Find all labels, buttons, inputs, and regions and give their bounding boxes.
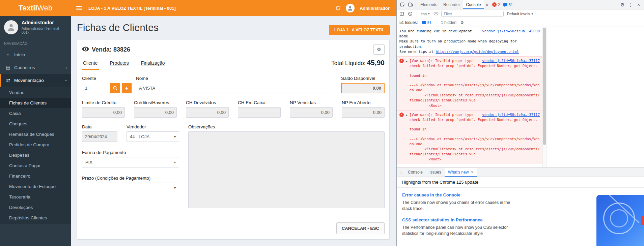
sidebar-item-movimento-de-estoque[interactable]: Movimento de Estoque — [0, 181, 71, 192]
sidebar-item-caixa[interactable]: Caixa — [0, 108, 71, 119]
console-filter-input[interactable] — [441, 11, 504, 17]
np-vencidas-input[interactable] — [290, 107, 333, 118]
forma-pagamento-label: Forma de Pagamento — [82, 150, 179, 155]
message-count-badge[interactable]: 51 — [502, 3, 514, 7]
drawer-tab-issues[interactable]: Issues — [426, 168, 445, 177]
clear-console-icon[interactable] — [407, 10, 414, 17]
sidebar-item-movimentacao[interactable]: ⇄ Movimentação › — [0, 74, 71, 87]
issues-badge[interactable]: 51 — [420, 21, 433, 25]
scrollbar-thumb[interactable] — [543, 28, 546, 145]
card-tabs: Cliente Produtos Finalização Total Líqui… — [77, 56, 389, 70]
source-link[interactable]: vendor.js?id=50cfc0a…:45090 — [482, 29, 540, 34]
sidebar-item-tesouraria[interactable]: Tesouraria — [0, 192, 71, 202]
devtools-tab-recorder[interactable]: Recorder — [440, 0, 463, 9]
source-link[interactable]: vendor.js?id=50cfc0a…:37117 — [482, 58, 540, 63]
devtools-close-icon[interactable]: × — [635, 1, 643, 9]
refresh-icon[interactable] — [335, 5, 341, 11]
nome-input[interactable] — [136, 83, 331, 93]
error-count-badge[interactable]: ×2 — [491, 2, 502, 7]
forma-pagamento-select[interactable]: PIX ▾ — [82, 157, 179, 167]
vuejs-deployment-link[interactable]: https://vuejs.org/guide/deployment.html — [436, 50, 519, 54]
drawer-kebab-icon[interactable]: ⋮ — [398, 169, 404, 176]
card-settings-button[interactable]: ⚙ — [373, 44, 385, 55]
devtools-tabbar: Elements Recorder Console » ×2 51 ⚙ ⋮ × — [397, 0, 644, 9]
eye-icon — [82, 47, 89, 53]
sidebar-item-inicio[interactable]: ⌂ Início — [0, 48, 71, 61]
sidebar-item-pedidos-de-compra[interactable]: Pedidos de Compra — [0, 140, 71, 150]
tab-cliente[interactable]: Cliente — [82, 57, 99, 70]
observacoes-textarea[interactable] — [188, 131, 385, 208]
cancel-button[interactable]: CANCELAR - ESC — [336, 222, 385, 234]
vendedor-select[interactable]: 44 - LOJA ▾ — [127, 131, 179, 142]
total-liquido-value: 45,90 — [367, 59, 385, 66]
drawer-tab-whats-new[interactable]: What's new × — [445, 168, 477, 177]
console-error-message[interactable]: × ▶ vendor.js?id=50cfc0a…:37117 [Vue war… — [397, 56, 542, 110]
main-topbar: LOJA - 1 A VELOZ TEXTIL [Terminal - 001]… — [71, 0, 396, 16]
error-trace-line: ---> <Venda> at resources/assets/js/vue/… — [410, 136, 540, 147]
live-expression-eye-icon[interactable] — [433, 10, 440, 17]
ch-devolvidos-input[interactable] — [186, 107, 229, 118]
sidebar-item-despesas[interactable]: Despesas — [0, 150, 71, 160]
sidebar-item-cadastros[interactable]: ▤ Cadastros ‹ — [0, 61, 71, 74]
home-icon: ⌂ — [5, 52, 11, 57]
sidebar-item-cheques[interactable]: Cheques — [0, 119, 71, 129]
ch-em-caixa-input[interactable] — [238, 107, 281, 118]
tab-finalizacao[interactable]: Finalização — [140, 57, 166, 70]
issues-settings-icon[interactable]: ⚙ — [459, 19, 466, 26]
data-input[interactable] — [82, 131, 117, 142]
expand-triangle-icon[interactable]: ▶ — [406, 113, 408, 117]
limite-credito-input[interactable] — [82, 107, 125, 118]
sidebar-item-fichas-de-clientes[interactable]: Fichas de Clientes — [0, 98, 71, 108]
search-button[interactable] — [110, 83, 120, 93]
prazo-select[interactable]: ▾ — [82, 183, 179, 193]
error-icon: × — [399, 113, 404, 117]
console-messages-area: vendor.js?id=50cfc0a…:45090 You are runn… — [397, 27, 644, 167]
sidebar-item-remessa-de-cheques[interactable]: Remessa de Cheques — [0, 129, 71, 140]
device-toolbar-icon[interactable] — [406, 1, 414, 9]
creditos-haveres-input[interactable] — [134, 107, 177, 118]
sidebar-item-financeiro[interactable]: Financeiro — [0, 171, 71, 181]
devtools-tab-console[interactable]: Console — [463, 0, 484, 9]
sidebar-item-vendas[interactable]: Vendas — [0, 87, 71, 98]
hamburger-menu-icon[interactable] — [71, 0, 87, 16]
console-prompt-row[interactable]: › — [397, 164, 542, 167]
cliente-input[interactable] — [82, 83, 110, 93]
whats-new-body: Error causes in the Console The Console … — [397, 188, 644, 246]
sidebar-item-contas-a-pagar[interactable]: Contas a Pagar — [0, 160, 71, 171]
context-selector[interactable]: top▾ — [420, 12, 431, 16]
store-button[interactable]: LOJA 1 - A VELOZ TEXTIL — [329, 25, 390, 35]
console-prompt-chevron: › — [399, 166, 402, 167]
whats-new-text: The Console now shows you chains of erro… — [402, 199, 519, 212]
console-info-message[interactable]: vendor.js?id=50cfc0a…:45090 You are runn… — [397, 27, 542, 56]
devtools-tab-elements[interactable]: Elements — [417, 0, 440, 9]
sidebar-item-devolucoes[interactable]: Devoluções — [0, 202, 71, 213]
user-avatar — [4, 20, 18, 34]
caret-down-icon: ▾ — [174, 160, 176, 164]
more-tabs-icon[interactable]: » — [484, 2, 490, 7]
info-line-2: Make sure to turn on production mode whe… — [399, 39, 540, 49]
add-cliente-button[interactable]: + — [122, 83, 132, 93]
drawer-tab-console[interactable]: Console — [404, 168, 426, 177]
tab-produtos[interactable]: Produtos — [109, 57, 130, 70]
expand-triangle-icon[interactable]: ▶ — [406, 59, 408, 63]
topbar-username[interactable]: Administrador — [360, 6, 390, 11]
app-logo[interactable]: TextilWeb — [0, 0, 71, 16]
devtools-kebab-icon[interactable]: ⋮ — [626, 1, 635, 9]
console-scrollbar[interactable] — [542, 27, 547, 167]
devtools-settings-icon[interactable]: ⚙ — [618, 1, 626, 9]
np-em-aberto-input[interactable] — [342, 107, 385, 118]
error-found-in: found in — [410, 73, 540, 78]
source-link[interactable]: vendor.js?id=50cfc0a…:37117 — [482, 112, 540, 117]
topbar-avatar[interactable] — [346, 4, 355, 12]
info-line-3: See more tips at https://vuejs.org/guide… — [399, 49, 540, 54]
saldo-disponivel-input[interactable] — [341, 83, 385, 93]
log-levels-select[interactable]: Default levels▾ — [505, 12, 535, 16]
console-stream: vendor.js?id=50cfc0a…:45090 You are runn… — [397, 27, 542, 167]
console-sidebar-icon[interactable] — [398, 10, 405, 17]
console-error-message[interactable]: × ▶ vendor.js?id=50cfc0a…:37117 [Vue war… — [397, 110, 542, 164]
hidden-messages-count[interactable]: 1 hidden — [441, 20, 456, 25]
whats-new-text: The Performance panel can now show you C… — [402, 224, 519, 237]
close-tab-icon[interactable]: × — [471, 170, 473, 175]
inspect-icon[interactable] — [398, 1, 406, 9]
sidebar-item-depositos-clientes[interactable]: Depósitos Clientes — [0, 213, 71, 223]
